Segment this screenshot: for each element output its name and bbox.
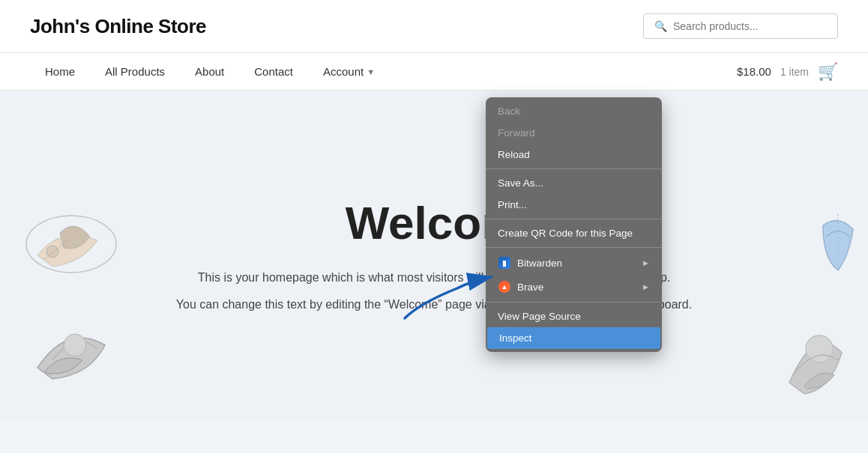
ctx-item-brave[interactable]: ▲ Brave ►	[486, 275, 662, 299]
cart-count: 1 item	[780, 66, 809, 78]
deco-tr	[816, 210, 861, 293]
svg-point-3	[64, 334, 86, 356]
ctx-item-forward[interactable]: Forward	[486, 122, 662, 144]
main-nav: Home All Products About Contact Account …	[0, 53, 868, 91]
cart-icon[interactable]: 🛒	[818, 62, 838, 82]
ctx-qr-label: Create QR Code for this Page	[498, 228, 633, 239]
arrow-pointer	[397, 266, 502, 326]
nav-item-all-products[interactable]: All Products	[90, 53, 180, 90]
ctx-item-qr-code[interactable]: Create QR Code for this Page	[486, 222, 662, 244]
ctx-forward-label: Forward	[498, 127, 535, 139]
nav-item-about[interactable]: About	[180, 53, 239, 90]
nav-item-account[interactable]: Account ▼	[308, 53, 390, 90]
ctx-item-inspect[interactable]: Inspect	[487, 327, 660, 349]
ctx-item-reload[interactable]: Reload	[486, 144, 662, 165]
deco-br	[778, 308, 853, 398]
ctx-print-label: Print...	[498, 199, 527, 210]
ctx-item-back[interactable]: Back	[486, 100, 662, 122]
nav-item-home[interactable]: Home	[30, 53, 90, 90]
ctx-view-source-label: View Page Source	[498, 311, 581, 322]
ctx-item-bitwarden[interactable]: ▮ Bitwarden ►	[486, 251, 662, 275]
ctx-sep-2	[486, 219, 662, 219]
main-content: Welcom This is your homepage which is wh…	[0, 91, 868, 420]
ctx-inspect-label: Inspect	[499, 332, 532, 344]
search-input[interactable]	[673, 20, 827, 32]
svg-point-1	[46, 246, 58, 258]
svg-point-5	[806, 335, 833, 362]
site-title: John's Online Store	[30, 15, 206, 38]
ctx-reload-label: Reload	[498, 149, 530, 160]
search-box[interactable]: 🔍	[643, 13, 838, 39]
account-chevron-icon: ▼	[367, 67, 375, 76]
cart-area: $18.00 1 item 🛒	[737, 62, 838, 82]
bitwarden-submenu-arrow: ►	[642, 258, 650, 267]
context-menu: Back Forward Reload Save As... Print... …	[486, 97, 662, 352]
ctx-brave-label: Brave	[517, 282, 543, 293]
ctx-item-save-as[interactable]: Save As...	[486, 172, 662, 194]
search-icon: 🔍	[654, 20, 667, 32]
brave-submenu-arrow: ►	[642, 282, 650, 291]
ctx-sep-4	[486, 302, 662, 302]
ctx-back-label: Back	[498, 106, 520, 117]
ctx-item-view-source[interactable]: View Page Source	[486, 305, 662, 327]
nav-item-contact[interactable]: Contact	[239, 53, 308, 90]
ctx-sep-3	[486, 247, 662, 248]
ctx-bitwarden-label: Bitwarden	[517, 258, 562, 269]
site-header: John's Online Store 🔍	[0, 0, 868, 53]
ctx-save-as-label: Save As...	[498, 177, 543, 189]
ctx-sep-1	[486, 168, 662, 169]
deco-bl	[22, 308, 127, 390]
cart-price: $18.00	[737, 65, 771, 78]
deco-tl	[22, 210, 120, 278]
ctx-item-print[interactable]: Print...	[486, 194, 662, 216]
